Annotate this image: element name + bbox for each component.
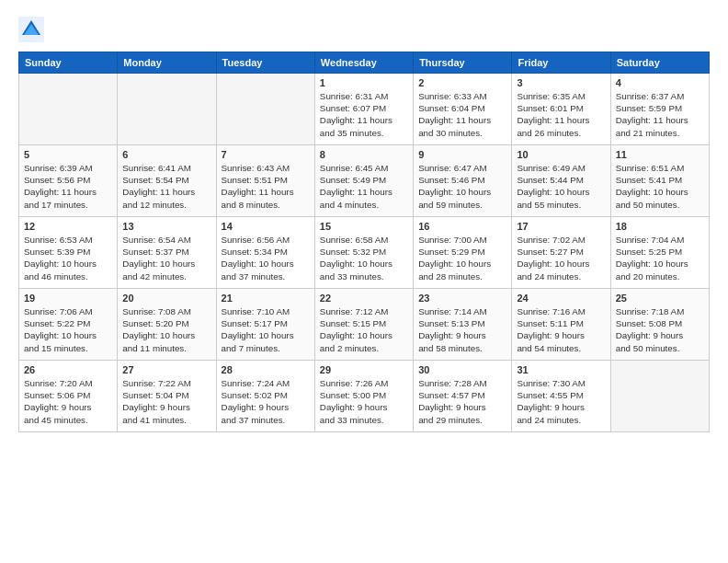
week-row-1: 5Sunrise: 6:39 AMSunset: 5:56 PMDaylight… xyxy=(19,145,710,217)
day-cell: 9Sunrise: 6:47 AMSunset: 5:46 PMDaylight… xyxy=(414,145,512,217)
day-info: Sunrise: 7:08 AMSunset: 5:20 PMDaylight:… xyxy=(122,305,210,354)
day-info: Sunrise: 6:45 AMSunset: 5:49 PMDaylight:… xyxy=(320,162,408,211)
day-cell: 10Sunrise: 6:49 AMSunset: 5:44 PMDayligh… xyxy=(512,145,610,217)
day-number: 4 xyxy=(616,77,704,88)
day-cell xyxy=(19,74,118,145)
day-cell: 22Sunrise: 7:12 AMSunset: 5:15 PMDayligh… xyxy=(314,289,413,361)
day-cell: 15Sunrise: 6:58 AMSunset: 5:32 PMDayligh… xyxy=(314,217,413,289)
day-number: 30 xyxy=(418,364,506,375)
day-cell xyxy=(610,361,709,432)
day-cell: 3Sunrise: 6:35 AMSunset: 6:01 PMDaylight… xyxy=(512,74,610,145)
day-number: 18 xyxy=(616,221,704,232)
day-number: 15 xyxy=(320,221,408,232)
day-info: Sunrise: 7:04 AMSunset: 5:25 PMDaylight:… xyxy=(616,234,704,282)
week-row-3: 19Sunrise: 7:06 AMSunset: 5:22 PMDayligh… xyxy=(19,289,710,361)
weekday-header-tuesday: Tuesday xyxy=(216,52,314,74)
weekday-header-monday: Monday xyxy=(118,52,216,74)
day-number: 20 xyxy=(122,293,210,304)
day-number: 3 xyxy=(517,77,605,88)
day-number: 29 xyxy=(320,364,408,375)
day-number: 5 xyxy=(24,149,112,160)
day-info: Sunrise: 7:00 AMSunset: 5:29 PMDaylight:… xyxy=(418,234,506,282)
day-info: Sunrise: 6:43 AMSunset: 5:51 PMDaylight:… xyxy=(222,162,310,211)
weekday-header-thursday: Thursday xyxy=(414,52,512,74)
day-number: 19 xyxy=(24,293,112,304)
day-number: 16 xyxy=(418,221,506,232)
weekday-header-wednesday: Wednesday xyxy=(314,52,413,74)
day-info: Sunrise: 6:49 AMSunset: 5:44 PMDaylight:… xyxy=(517,162,605,211)
day-cell: 17Sunrise: 7:02 AMSunset: 5:27 PMDayligh… xyxy=(512,217,610,289)
day-cell: 2Sunrise: 6:33 AMSunset: 6:04 PMDaylight… xyxy=(414,74,512,145)
day-cell: 21Sunrise: 7:10 AMSunset: 5:17 PMDayligh… xyxy=(216,289,314,361)
day-cell: 28Sunrise: 7:24 AMSunset: 5:02 PMDayligh… xyxy=(216,361,314,432)
logo xyxy=(18,17,48,42)
day-cell: 16Sunrise: 7:00 AMSunset: 5:29 PMDayligh… xyxy=(414,217,512,289)
day-cell: 24Sunrise: 7:16 AMSunset: 5:11 PMDayligh… xyxy=(512,289,610,361)
day-cell: 14Sunrise: 6:56 AMSunset: 5:34 PMDayligh… xyxy=(216,217,314,289)
day-cell: 30Sunrise: 7:28 AMSunset: 4:57 PMDayligh… xyxy=(414,361,512,432)
day-cell: 6Sunrise: 6:41 AMSunset: 5:54 PMDaylight… xyxy=(118,145,216,217)
day-cell: 31Sunrise: 7:30 AMSunset: 4:55 PMDayligh… xyxy=(512,361,610,432)
day-cell: 1Sunrise: 6:31 AMSunset: 6:07 PMDaylight… xyxy=(314,74,413,145)
day-number: 21 xyxy=(222,293,310,304)
day-number: 25 xyxy=(616,293,704,304)
day-info: Sunrise: 6:37 AMSunset: 5:59 PMDaylight:… xyxy=(616,90,704,139)
day-number: 10 xyxy=(517,149,605,160)
day-info: Sunrise: 6:47 AMSunset: 5:46 PMDaylight:… xyxy=(418,162,506,211)
day-number: 22 xyxy=(320,293,408,304)
day-info: Sunrise: 6:31 AMSunset: 6:07 PMDaylight:… xyxy=(320,90,408,139)
day-cell: 18Sunrise: 7:04 AMSunset: 5:25 PMDayligh… xyxy=(610,217,709,289)
day-number: 14 xyxy=(222,221,310,232)
day-info: Sunrise: 7:24 AMSunset: 5:02 PMDaylight:… xyxy=(222,377,310,426)
day-number: 6 xyxy=(122,149,210,160)
day-info: Sunrise: 7:16 AMSunset: 5:11 PMDaylight:… xyxy=(517,305,605,354)
day-number: 23 xyxy=(418,293,506,304)
day-cell: 29Sunrise: 7:26 AMSunset: 5:00 PMDayligh… xyxy=(314,361,413,432)
logo-icon xyxy=(18,17,44,42)
day-cell xyxy=(216,74,314,145)
day-info: Sunrise: 6:35 AMSunset: 6:01 PMDaylight:… xyxy=(517,90,605,139)
day-cell: 5Sunrise: 6:39 AMSunset: 5:56 PMDaylight… xyxy=(19,145,118,217)
day-info: Sunrise: 7:12 AMSunset: 5:15 PMDaylight:… xyxy=(320,305,408,354)
weekday-header-sunday: Sunday xyxy=(19,52,118,74)
day-info: Sunrise: 6:56 AMSunset: 5:34 PMDaylight:… xyxy=(222,234,310,282)
day-info: Sunrise: 7:14 AMSunset: 5:13 PMDaylight:… xyxy=(418,305,506,354)
day-info: Sunrise: 6:53 AMSunset: 5:39 PMDaylight:… xyxy=(24,234,112,282)
day-number: 13 xyxy=(122,221,210,232)
week-row-0: 1Sunrise: 6:31 AMSunset: 6:07 PMDaylight… xyxy=(19,74,710,145)
day-number: 31 xyxy=(517,364,605,375)
week-row-2: 12Sunrise: 6:53 AMSunset: 5:39 PMDayligh… xyxy=(19,217,710,289)
day-info: Sunrise: 7:18 AMSunset: 5:08 PMDaylight:… xyxy=(616,305,704,354)
day-cell: 12Sunrise: 6:53 AMSunset: 5:39 PMDayligh… xyxy=(19,217,118,289)
day-cell: 8Sunrise: 6:45 AMSunset: 5:49 PMDaylight… xyxy=(314,145,413,217)
page: SundayMondayTuesdayWednesdayThursdayFrid… xyxy=(0,0,728,442)
day-number: 8 xyxy=(320,149,408,160)
day-cell: 23Sunrise: 7:14 AMSunset: 5:13 PMDayligh… xyxy=(414,289,512,361)
day-cell: 13Sunrise: 6:54 AMSunset: 5:37 PMDayligh… xyxy=(118,217,216,289)
day-info: Sunrise: 7:20 AMSunset: 5:06 PMDaylight:… xyxy=(24,377,112,426)
day-number: 11 xyxy=(616,149,704,160)
day-number: 12 xyxy=(24,221,112,232)
day-number: 26 xyxy=(24,364,112,375)
day-number: 9 xyxy=(418,149,506,160)
week-row-4: 26Sunrise: 7:20 AMSunset: 5:06 PMDayligh… xyxy=(19,361,710,432)
day-info: Sunrise: 6:33 AMSunset: 6:04 PMDaylight:… xyxy=(418,90,506,139)
day-cell: 7Sunrise: 6:43 AMSunset: 5:51 PMDaylight… xyxy=(216,145,314,217)
day-info: Sunrise: 7:28 AMSunset: 4:57 PMDaylight:… xyxy=(418,377,506,426)
day-cell xyxy=(118,74,216,145)
day-number: 24 xyxy=(517,293,605,304)
header xyxy=(18,17,710,42)
day-cell: 27Sunrise: 7:22 AMSunset: 5:04 PMDayligh… xyxy=(118,361,216,432)
calendar: SundayMondayTuesdayWednesdayThursdayFrid… xyxy=(18,52,710,432)
day-cell: 19Sunrise: 7:06 AMSunset: 5:22 PMDayligh… xyxy=(19,289,118,361)
day-number: 1 xyxy=(320,77,408,88)
day-number: 17 xyxy=(517,221,605,232)
weekday-header-friday: Friday xyxy=(512,52,610,74)
day-info: Sunrise: 7:02 AMSunset: 5:27 PMDaylight:… xyxy=(517,234,605,282)
day-cell: 25Sunrise: 7:18 AMSunset: 5:08 PMDayligh… xyxy=(610,289,709,361)
day-info: Sunrise: 6:41 AMSunset: 5:54 PMDaylight:… xyxy=(122,162,210,211)
day-info: Sunrise: 7:06 AMSunset: 5:22 PMDaylight:… xyxy=(24,305,112,354)
day-info: Sunrise: 6:39 AMSunset: 5:56 PMDaylight:… xyxy=(24,162,112,211)
day-info: Sunrise: 7:10 AMSunset: 5:17 PMDaylight:… xyxy=(222,305,310,354)
day-info: Sunrise: 7:26 AMSunset: 5:00 PMDaylight:… xyxy=(320,377,408,426)
